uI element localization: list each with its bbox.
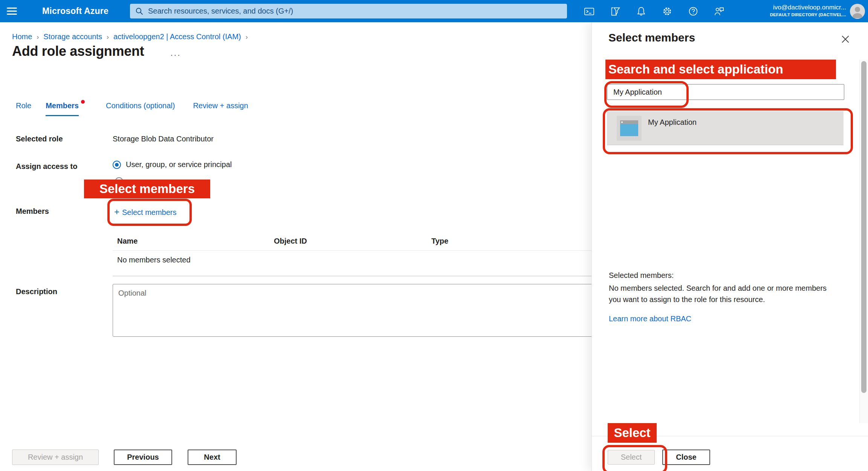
app-window-icon	[617, 116, 642, 141]
tab-conditions[interactable]: Conditions (optional)	[106, 101, 175, 116]
directories-filter-button[interactable]	[609, 5, 621, 17]
page-more-button[interactable]: ···	[170, 50, 181, 60]
gear-icon	[662, 6, 673, 17]
column-header-object-id: Object ID	[274, 237, 431, 245]
chevron-right-icon: ›	[107, 33, 109, 41]
directories-filter-icon	[610, 6, 621, 17]
topbar-icon-group	[583, 0, 725, 22]
review-assign-button[interactable]: Review + assign	[12, 450, 99, 465]
column-header-type: Type	[431, 237, 591, 245]
panel-close-button[interactable]	[840, 34, 851, 45]
members-notification-dot	[81, 100, 85, 104]
application-result-label: My Application	[648, 118, 697, 145]
global-search-box[interactable]	[130, 4, 567, 18]
main-content: Home›Storage accounts›activeloopgen2 | A…	[0, 22, 591, 471]
close-icon	[841, 35, 850, 44]
chevron-right-icon: ›	[246, 33, 248, 41]
assign-access-label: Assign access to	[16, 162, 77, 171]
breadcrumb-link-storage-accounts[interactable]: Storage accounts	[43, 32, 102, 41]
tab-review-assign[interactable]: Review + assign	[193, 101, 248, 116]
assign-access-option-row: User, group, or service principal	[113, 160, 232, 169]
members-table-header: Name Object ID Type	[113, 237, 591, 245]
cloud-shell-button[interactable]	[583, 5, 595, 17]
feedback-button[interactable]	[713, 5, 725, 17]
azure-logo-text[interactable]: Microsoft Azure	[42, 0, 108, 22]
previous-button[interactable]: Previous	[114, 450, 172, 465]
account-email: ivo@dactiveloop.onmicr...	[770, 3, 846, 11]
chevron-right-icon: ›	[37, 33, 39, 41]
tab-role[interactable]: Role	[16, 101, 31, 116]
tab-bar: Role Members Conditions (optional) Revie…	[16, 101, 248, 116]
application-result-item[interactable]: My Application	[607, 111, 844, 145]
hamburger-menu-button[interactable]	[7, 6, 20, 17]
page-title: Add role assignment	[12, 43, 144, 59]
account-directory: DEFAULT DIRECTORY (DACTIVEL...	[770, 12, 846, 18]
table-divider	[113, 250, 591, 251]
selected-role-label: Selected role	[16, 135, 63, 143]
next-button[interactable]: Next	[188, 450, 237, 465]
select-members-button[interactable]: +Select members	[114, 207, 177, 217]
panel-scrollbar-thumb[interactable]	[861, 61, 866, 393]
members-label: Members	[16, 207, 49, 216]
feedback-icon	[714, 6, 725, 17]
description-label: Description	[16, 287, 57, 296]
select-members-panel: Select members Select ⓘ My Application S…	[591, 22, 868, 471]
search-icon	[135, 7, 144, 15]
selected-role-value: Storage Blob Data Contributor	[113, 135, 214, 143]
description-textarea[interactable]	[113, 284, 599, 337]
account-info[interactable]: ivo@dactiveloop.onmicr... DEFAULT DIRECT…	[770, 3, 846, 18]
notifications-button[interactable]	[635, 5, 647, 17]
annotation-select: Select	[608, 423, 657, 443]
column-header-name: Name	[113, 237, 274, 245]
selected-members-label: Selected members:	[609, 271, 674, 280]
annotation-search-and-select-application: Search and select application	[605, 60, 836, 79]
top-bar: Microsoft Azure	[0, 0, 868, 22]
annotation-select-members: Select members	[84, 180, 210, 198]
hamburger-icon	[7, 8, 20, 15]
tab-members[interactable]: Members	[46, 101, 79, 116]
plus-icon: +	[114, 207, 119, 217]
breadcrumb-link-home[interactable]: Home	[12, 32, 32, 41]
global-search-input[interactable]	[147, 6, 562, 16]
radio-selected-icon[interactable]	[113, 161, 121, 169]
selected-members-text: No members selected. Search for and add …	[609, 282, 835, 305]
cloud-shell-icon	[584, 6, 595, 17]
breadcrumb: Home›Storage accounts›activeloopgen2 | A…	[12, 32, 252, 41]
assign-access-option-label: User, group, or service principal	[126, 160, 232, 169]
azure-portal-screen: Microsoft Azure	[0, 0, 868, 471]
close-button[interactable]: Close	[662, 450, 710, 465]
help-icon	[688, 6, 699, 17]
member-search-input[interactable]	[607, 84, 844, 100]
bell-icon	[636, 6, 647, 17]
help-button[interactable]	[687, 5, 699, 17]
person-icon	[850, 4, 865, 19]
breadcrumb-link-access-control[interactable]: activeloopgen2 | Access Control (IAM)	[113, 32, 241, 41]
select-button[interactable]: Select	[608, 450, 655, 465]
panel-scrollbar[interactable]	[859, 60, 868, 423]
learn-more-rbac-link[interactable]: Learn more about RBAC	[609, 315, 691, 323]
settings-button[interactable]	[661, 5, 673, 17]
table-bottom-divider	[113, 276, 591, 276]
panel-title: Select members	[608, 31, 695, 44]
table-empty-text: No members selected	[117, 256, 191, 264]
avatar[interactable]	[850, 4, 865, 19]
